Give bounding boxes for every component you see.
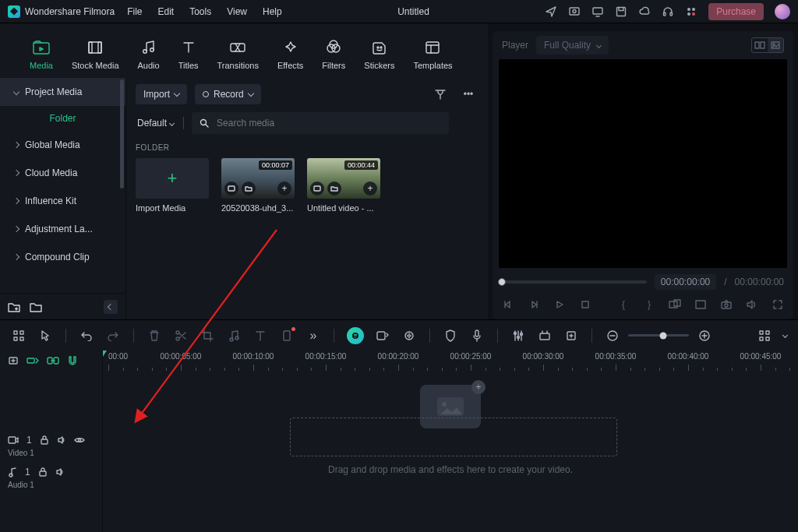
clip-add-icon[interactable]: + — [277, 181, 291, 196]
ai-audio-icon[interactable] — [401, 328, 417, 344]
search-box[interactable] — [192, 112, 449, 134]
aspect-ratio-icon[interactable] — [694, 298, 707, 312]
redo-icon[interactable] — [105, 328, 121, 344]
menu-file[interactable]: File — [127, 6, 142, 17]
more-options-icon[interactable]: ••• — [458, 84, 478, 104]
sidebar-item-cloud-media[interactable]: Cloud Media — [0, 159, 125, 187]
track-view-icon[interactable] — [757, 328, 772, 344]
stop-icon[interactable] — [579, 298, 592, 312]
folder-icon[interactable] — [30, 301, 42, 312]
menu-edit[interactable]: Edit — [158, 6, 175, 17]
pointer-tool-icon[interactable] — [37, 328, 53, 344]
media-clip-tile[interactable]: 00:00:44 + Untitled video - ... — [307, 158, 380, 213]
tab-stock-media[interactable]: Stock Media — [62, 33, 129, 78]
menu-help[interactable]: Help — [263, 6, 282, 17]
undo-icon[interactable] — [79, 328, 94, 344]
player-view-toggle[interactable] — [751, 37, 784, 53]
color-icon[interactable] — [279, 328, 295, 344]
sidebar-item-influence-kit[interactable]: Influence Kit — [0, 187, 125, 215]
auto-ripple-icon[interactable] — [26, 356, 39, 365]
send-icon[interactable] — [545, 5, 557, 18]
text-icon[interactable] — [252, 328, 268, 344]
sort-dropdown[interactable]: Default — [136, 115, 175, 132]
visibility-icon[interactable] — [74, 436, 85, 444]
add-track-icon[interactable] — [8, 355, 19, 366]
import-media-tile[interactable]: + Import Media — [136, 158, 209, 213]
tab-templates[interactable]: Templates — [404, 33, 461, 78]
lock-icon[interactable] — [40, 435, 49, 445]
delete-icon[interactable] — [147, 328, 162, 344]
player-seek-bar[interactable] — [502, 280, 647, 284]
sidebar-item-global-media[interactable]: Global Media — [0, 131, 125, 159]
headphones-icon[interactable] — [662, 5, 674, 18]
compare-icon[interactable] — [668, 298, 681, 312]
media-clip-tile[interactable]: 00:00:07 + 20520038-uhd_3... — [221, 158, 295, 213]
tab-transitions[interactable]: Transitions — [208, 33, 268, 78]
sidebar-scrollbar[interactable] — [120, 79, 124, 259]
record-button[interactable]: Record — [195, 84, 261, 104]
cloud-icon[interactable] — [638, 5, 651, 18]
clip-folder-icon[interactable] — [327, 181, 341, 196]
voiceover-mic-icon[interactable] — [469, 328, 485, 344]
chevron-down-icon[interactable] — [782, 333, 788, 338]
timeline-tracks[interactable]: + Drag and drop media and effects here t… — [103, 371, 798, 532]
audio-track-header[interactable]: 1 Audio 1 — [0, 462, 102, 494]
play-icon[interactable] — [553, 298, 567, 312]
render-icon[interactable] — [563, 328, 579, 344]
music-icon[interactable] — [226, 328, 242, 344]
apps-grid-icon[interactable] — [685, 5, 697, 18]
sidebar-subitem-folder[interactable]: Folder — [0, 106, 125, 131]
ai-enhance-icon[interactable] — [375, 328, 390, 344]
magnet-snap-icon[interactable] — [67, 355, 78, 366]
clip-add-icon[interactable]: + — [363, 181, 377, 196]
filter-icon[interactable] — [430, 84, 450, 104]
lock-icon[interactable] — [38, 467, 48, 477]
mute-icon[interactable] — [57, 435, 66, 445]
more-tools-icon[interactable]: » — [305, 328, 321, 344]
sidebar-item-adjustment-layer[interactable]: Adjustment La... — [0, 215, 125, 243]
link-tracks-icon[interactable] — [47, 356, 59, 365]
player-viewport[interactable] — [499, 59, 787, 268]
mark-out-icon[interactable]: } — [643, 298, 656, 312]
markers-icon[interactable] — [537, 328, 553, 344]
timeline-ruler[interactable]: 00:00 00:00:05:00 00:00:10:00 00:00:15:0… — [103, 351, 798, 371]
volume-icon[interactable] — [745, 298, 758, 312]
fullscreen-icon[interactable] — [771, 298, 784, 312]
mixer-icon[interactable] — [510, 328, 526, 344]
prev-frame-icon[interactable] — [502, 298, 515, 312]
single-view-icon[interactable] — [768, 38, 783, 52]
import-button[interactable]: Import — [136, 84, 187, 104]
mute-icon[interactable] — [55, 467, 65, 477]
quality-dropdown[interactable]: Full Quality — [536, 36, 609, 55]
tab-audio[interactable]: Audio — [129, 33, 169, 78]
mark-in-icon[interactable]: { — [617, 298, 630, 312]
menu-tools[interactable]: Tools — [189, 6, 211, 17]
menu-view[interactable]: View — [227, 6, 247, 17]
tab-stickers[interactable]: Stickers — [355, 33, 404, 78]
tab-effects[interactable]: Effects — [268, 33, 312, 78]
clip-folder-icon[interactable] — [242, 181, 256, 196]
select-tool-icon[interactable] — [11, 328, 26, 344]
zoom-out-icon[interactable] — [605, 328, 620, 344]
sidebar-item-compound-clip[interactable]: Compound Clip — [0, 243, 125, 271]
tab-titles[interactable]: Titles — [169, 33, 208, 78]
collapse-sidebar-button[interactable] — [104, 300, 118, 314]
save-icon[interactable] — [615, 5, 627, 18]
crop-icon[interactable] — [200, 328, 215, 344]
split-icon[interactable] — [173, 328, 189, 344]
tab-filters[interactable]: Filters — [312, 33, 355, 78]
monitor-icon[interactable] — [591, 5, 604, 18]
playhead-indicator[interactable] — [103, 351, 107, 357]
snapshot-icon[interactable] — [719, 298, 733, 312]
zoom-slider[interactable] — [628, 334, 689, 336]
ai-assistant-icon[interactable] — [347, 327, 364, 344]
new-folder-icon[interactable] — [8, 301, 20, 312]
shield-icon[interactable] — [443, 328, 458, 344]
clip-info-icon[interactable] — [224, 181, 238, 196]
sidebar-item-project-media[interactable]: Project Media — [0, 78, 125, 106]
dual-view-icon[interactable] — [752, 38, 768, 52]
tab-media[interactable]: Media — [20, 33, 62, 78]
screen-record-icon[interactable] — [568, 5, 581, 18]
zoom-in-icon[interactable] — [697, 328, 712, 344]
play-stepback-icon[interactable] — [528, 298, 541, 312]
